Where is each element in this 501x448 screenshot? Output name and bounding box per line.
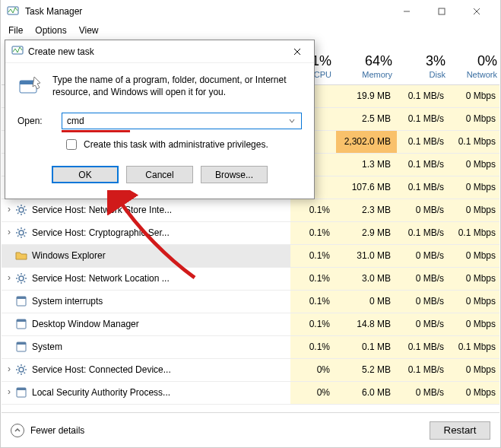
table-row[interactable]: ›Service Host: Network Location ...0.1%3… <box>2 267 499 290</box>
table-row[interactable]: ›Service Host: Network Store Inte...0.1%… <box>2 199 499 221</box>
expand-chevron-icon[interactable]: › <box>5 204 14 214</box>
disk-value: 0.1 MB/s <box>397 335 450 358</box>
disk-value: 0 MB/s <box>397 267 450 290</box>
process-name: System interrupts <box>32 296 103 307</box>
svg-rect-2 <box>439 8 445 14</box>
table-row[interactable]: ›Service Host: Connected Device...0%5.2 … <box>2 358 499 381</box>
task-manager-icon <box>7 5 19 19</box>
memory-value: 19.9 MB <box>336 84 397 107</box>
menu-file[interactable]: File <box>4 24 27 37</box>
memory-value: 2.9 MB <box>336 221 397 244</box>
process-icon <box>15 204 27 216</box>
svg-line-30 <box>17 281 19 283</box>
expand-chevron-icon[interactable]: › <box>5 227 14 237</box>
process-icon <box>15 318 27 330</box>
close-button[interactable] <box>459 0 494 23</box>
browse-button[interactable]: Browse... <box>201 166 268 183</box>
svg-line-10 <box>17 206 19 208</box>
disk-value: 0 MB/s <box>397 244 450 267</box>
network-value: 0 Mbps <box>450 313 499 335</box>
disk-value: 0.1 MB/s <box>397 221 450 244</box>
svg-line-46 <box>24 366 26 367</box>
chevron-up-icon <box>11 424 24 437</box>
disk-value: 0.1 MB/s <box>397 107 450 130</box>
process-name: Service Host: Network Location ... <box>32 273 170 284</box>
svg-line-12 <box>17 213 19 214</box>
titlebar[interactable]: Task Manager <box>1 0 500 23</box>
disk-value: 0.1 MB/s <box>397 153 450 176</box>
col-disk[interactable]: 3%Disk <box>397 40 450 84</box>
process-icon <box>15 386 27 399</box>
table-row[interactable]: ›Service Host: Cryptographic Ser...0.1%2… <box>2 221 499 244</box>
process-name: Local Security Authority Process... <box>32 387 170 398</box>
restart-button[interactable]: Restart <box>430 421 490 440</box>
open-combobox[interactable] <box>62 113 302 129</box>
svg-rect-37 <box>17 342 26 345</box>
process-icon <box>15 249 27 262</box>
network-value: 0 Mbps <box>450 176 499 199</box>
dialog-close-button[interactable] <box>287 43 308 60</box>
memory-value: 1.3 MB <box>336 153 397 176</box>
fewer-details-toggle[interactable]: Fewer details <box>11 424 84 437</box>
network-value: 0 Mbps <box>450 84 499 107</box>
memory-value: 3.0 MB <box>336 267 397 290</box>
expand-chevron-icon[interactable]: › <box>5 272 14 283</box>
dialog-titlebar[interactable]: Create new task <box>5 40 314 63</box>
svg-line-43 <box>17 366 19 367</box>
chevron-down-icon[interactable] <box>286 117 298 125</box>
open-input[interactable] <box>65 116 286 126</box>
maximize-button[interactable] <box>424 0 459 23</box>
svg-line-31 <box>24 275 26 276</box>
table-row[interactable]: Desktop Window Manager0.1%14.8 MB0 MB/s0… <box>2 313 499 335</box>
network-value: 0 Mbps <box>450 244 499 267</box>
memory-value: 31.0 MB <box>336 244 397 267</box>
memory-value: 107.6 MB <box>336 176 397 199</box>
table-row[interactable]: System0.1%0.1 MB0.1 MB/s0.1 Mbps <box>2 335 499 358</box>
process-icon <box>15 341 27 353</box>
col-network[interactable]: 0%Network <box>450 40 499 84</box>
disk-value: 0 MB/s <box>397 381 450 404</box>
disk-value: 0 MB/s <box>397 290 450 313</box>
network-value: 0 Mbps <box>450 267 499 290</box>
network-value: 0 Mbps <box>450 358 499 381</box>
process-icon <box>15 272 27 284</box>
svg-point-14 <box>19 230 24 235</box>
cancel-button[interactable]: Cancel <box>126 166 193 183</box>
network-value: 0.1 Mbps <box>450 221 499 244</box>
network-value: 0.1 Mbps <box>450 335 499 358</box>
menu-options[interactable]: Options <box>30 24 71 37</box>
svg-line-44 <box>24 373 26 374</box>
process-name: Desktop Window Manager <box>32 319 139 329</box>
cpu-value: 0.1% <box>290 267 336 290</box>
admin-checkbox[interactable] <box>66 139 77 150</box>
table-row[interactable]: Windows Explorer0.1%31.0 MB0 MB/s0 Mbps <box>2 244 499 267</box>
dialog-title: Create new task <box>28 46 287 57</box>
table-row[interactable]: System interrupts0.1%0 MB0 MB/s0 Mbps <box>2 290 499 313</box>
table-row[interactable]: ›Local Security Authority Process...0%6.… <box>2 381 499 404</box>
svg-point-38 <box>19 367 24 372</box>
cpu-value: 0.1% <box>290 313 336 335</box>
expand-chevron-icon[interactable]: › <box>5 386 14 397</box>
cpu-value: 0% <box>290 358 336 381</box>
col-memory[interactable]: 64%Memory <box>336 40 397 84</box>
cpu-value: 0.1% <box>290 290 336 313</box>
svg-line-11 <box>24 213 26 214</box>
cpu-value: 0.1% <box>290 244 336 267</box>
disk-value: 0.1 MB/s <box>397 358 450 381</box>
network-value: 0 Mbps <box>450 153 499 176</box>
fewer-details-label: Fewer details <box>30 425 84 436</box>
svg-rect-33 <box>17 297 26 299</box>
menu-view[interactable]: View <box>75 24 103 37</box>
expand-chevron-icon[interactable]: › <box>5 364 14 374</box>
svg-line-19 <box>17 229 19 230</box>
cpu-value: 0.1% <box>290 335 336 358</box>
memory-value: 0 MB <box>336 290 397 313</box>
memory-value: 5.2 MB <box>336 358 397 381</box>
task-manager-icon <box>11 44 24 59</box>
disk-value: 0.1 MB/s <box>397 176 450 199</box>
task-manager-window: Task Manager File Options View Name 1%CP… <box>0 0 501 448</box>
minimize-button[interactable] <box>389 0 424 23</box>
disk-value: 0 MB/s <box>397 313 450 335</box>
ok-button[interactable]: OK <box>52 166 119 183</box>
memory-value: 0.1 MB <box>336 335 397 358</box>
